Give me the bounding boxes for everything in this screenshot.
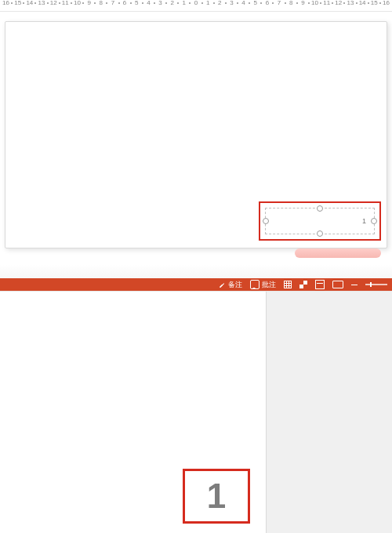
- zoom-slider[interactable]: [365, 284, 387, 285]
- resize-handle-e[interactable]: [371, 218, 377, 224]
- divider-strip: [0, 264, 392, 278]
- page-number-selection-highlight: 1: [259, 201, 381, 241]
- minus-icon: [351, 285, 358, 285]
- ruler-tick: 10: [71, 0, 83, 11]
- sorter-view-icon: [299, 281, 307, 288]
- ruler-tick: 15: [368, 0, 380, 11]
- resize-handle-s[interactable]: [317, 230, 323, 237]
- ruler-tick: 16: [0, 0, 12, 11]
- ruler-tick: 13: [344, 0, 356, 11]
- reading-view-icon: [315, 280, 325, 289]
- ruler-tick: 4: [143, 0, 154, 11]
- ruler-tick: 7: [107, 0, 118, 11]
- ruler-tick: 9: [297, 0, 309, 11]
- ruler-tick: 2: [214, 0, 226, 11]
- notes-button[interactable]: 备注: [218, 280, 242, 290]
- notes-pane[interactable]: [267, 292, 392, 533]
- zoom-thumb[interactable]: [370, 282, 372, 287]
- page-number-value: 1: [362, 217, 366, 225]
- slideshow-icon: [332, 281, 343, 288]
- preview-slide[interactable]: 1: [0, 292, 267, 533]
- horizontal-ruler[interactable]: 1615141312111098765432101234567891011121…: [0, 0, 392, 12]
- reading-view-button[interactable]: [315, 280, 325, 289]
- ruler-tick: 3: [154, 0, 166, 11]
- preview-page-number-highlight: 1: [183, 469, 250, 524]
- ruler-tick: 12: [332, 0, 344, 11]
- page-number-textbox[interactable]: 1: [265, 208, 375, 234]
- slide-edit-area[interactable]: 1: [0, 12, 392, 264]
- ruler-tick: 11: [321, 0, 332, 11]
- ruler-tick: 16: [380, 0, 392, 11]
- ruler-tick: 5: [249, 0, 261, 11]
- comments-label: 批注: [262, 280, 276, 290]
- ime-indicator: [295, 248, 381, 258]
- ruler-tick: 1: [178, 0, 190, 11]
- ruler-tick: 6: [261, 0, 273, 11]
- ruler-tick: 13: [35, 0, 47, 11]
- normal-view-icon: [284, 281, 292, 288]
- zoom-out-button[interactable]: [351, 285, 358, 285]
- ruler-tick: 11: [60, 0, 71, 11]
- ruler-tick: 8: [95, 0, 107, 11]
- ruler-tick: 4: [238, 0, 249, 11]
- ruler-tick: 0: [190, 0, 201, 11]
- normal-view-button[interactable]: [284, 281, 292, 288]
- ruler-tick: 1: [202, 0, 214, 11]
- ruler-tick: 9: [83, 0, 95, 11]
- sorter-view-button[interactable]: [299, 281, 307, 288]
- ruler-tick: 10: [309, 0, 321, 11]
- ruler-tick: 6: [119, 0, 131, 11]
- ruler-tick: 12: [48, 0, 60, 11]
- ruler-tick: 8: [285, 0, 297, 11]
- preview-page-number: 1: [207, 477, 226, 516]
- notes-label: 备注: [228, 280, 242, 290]
- ruler-tick: 14: [357, 0, 368, 11]
- ruler-tick: 14: [24, 0, 35, 11]
- comment-icon: [250, 280, 260, 289]
- slideshow-button[interactable]: [332, 281, 343, 288]
- ruler-tick: 2: [166, 0, 178, 11]
- ruler-tick: 5: [131, 0, 143, 11]
- status-bar: 备注 批注: [0, 278, 392, 291]
- resize-handle-w[interactable]: [263, 218, 269, 224]
- preview-area: 1: [0, 291, 392, 533]
- ruler-tick: 3: [226, 0, 238, 11]
- comments-button[interactable]: 批注: [250, 280, 276, 290]
- pen-icon: [218, 281, 226, 288]
- resize-handle-n[interactable]: [317, 205, 323, 212]
- ruler-tick: 7: [273, 0, 285, 11]
- ruler-tick: 15: [12, 0, 24, 11]
